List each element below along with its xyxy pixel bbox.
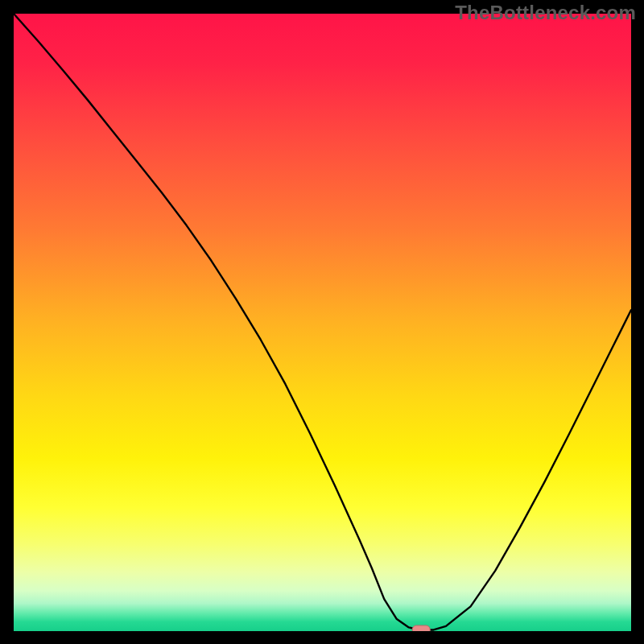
chart-frame: TheBottleneck.com — [0, 0, 644, 644]
chart-svg — [14, 14, 631, 631]
optimal-point-marker — [412, 625, 430, 631]
plot-area — [14, 14, 631, 631]
watermark-text: TheBottleneck.com — [455, 2, 636, 24]
gradient-background — [14, 14, 631, 631]
